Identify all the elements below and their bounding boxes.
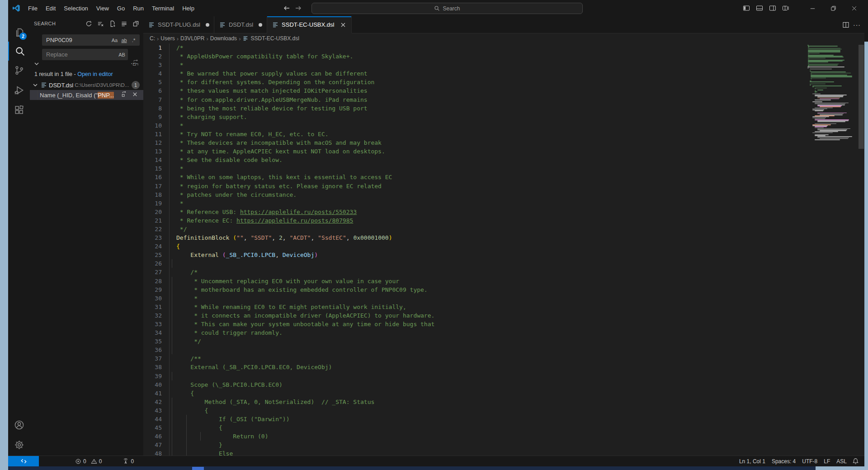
dismiss-icon[interactable] — [132, 91, 140, 99]
menu-view[interactable]: View — [92, 3, 113, 14]
line-number[interactable]: 13 — [143, 147, 162, 156]
toggle-secondary-sidebar-icon[interactable] — [766, 0, 779, 16]
line-number[interactable]: 23 — [143, 233, 162, 242]
line-number[interactable]: 46 — [143, 432, 162, 441]
code-line[interactable]: 44 If (_OSI ("Darwin")) — [143, 415, 864, 423]
customize-layout-icon[interactable] — [779, 0, 792, 16]
breadcrumb-segment[interactable]: Downloads — [210, 35, 237, 42]
code-line[interactable]: 32 * it connects an incompatible driver … — [143, 311, 864, 320]
replace-all-icon[interactable] — [131, 58, 141, 68]
code-line[interactable]: 48 Else — [143, 449, 864, 456]
replace-icon[interactable] — [121, 91, 129, 99]
collapse-all-icon[interactable] — [131, 19, 141, 28]
status-indentation[interactable]: Spaces: 4 — [771, 458, 797, 465]
toggle-replace-chevron-icon[interactable] — [33, 60, 40, 67]
code-line[interactable]: 37 /** — [143, 354, 864, 363]
match-case-toggle[interactable]: Aa — [110, 36, 119, 44]
tab-ssdt-ec-usbx.dsl[interactable]: SSDT-EC-USBX.dsl — [267, 16, 352, 33]
minimize-button[interactable] — [802, 0, 823, 16]
code-line[interactable]: 21 * Reference EC: https://applelife.ru/… — [143, 216, 864, 225]
code-line[interactable]: 15 * — [143, 164, 864, 173]
editor-more-actions-icon[interactable]: ··· — [853, 21, 861, 28]
code-line[interactable]: 22 */ — [143, 225, 864, 233]
code-line[interactable]: 5 * for different systems. Depending on … — [143, 78, 864, 86]
line-number[interactable]: 22 — [143, 225, 162, 233]
command-center-search[interactable]: Search — [311, 3, 583, 14]
code-line[interactable]: 18 * patches under the circumstance. — [143, 190, 864, 199]
line-number[interactable]: 20 — [143, 208, 162, 216]
code-line[interactable]: 12 * These devices are incompatible with… — [143, 138, 864, 147]
code-line[interactable]: 28 * Uncomment replacing EC0 with your o… — [143, 277, 864, 285]
line-number[interactable]: 4 — [143, 69, 162, 78]
code-line[interactable]: 19 * — [143, 199, 864, 208]
line-number[interactable]: 34 — [143, 328, 162, 337]
line-number[interactable]: 19 — [143, 199, 162, 208]
menu-run[interactable]: Run — [129, 3, 148, 14]
code-line[interactable]: 47 } — [143, 441, 864, 449]
line-number[interactable]: 2 — [143, 52, 162, 61]
account-button[interactable] — [8, 415, 30, 434]
code-line[interactable]: 20 * Reference USB: https://applelife.ru… — [143, 208, 864, 216]
minimap[interactable] — [807, 43, 858, 456]
code-line[interactable]: 13 * at any time. AppleACPIEC kext must … — [143, 147, 864, 156]
status-encoding[interactable]: UTF-8 — [801, 458, 818, 465]
code-line[interactable]: 14 * See the disable code below. — [143, 156, 864, 164]
code-line[interactable]: 42 Method (_STA, 0, NotSerialized) // _S… — [143, 398, 864, 406]
regex-toggle[interactable]: .* — [129, 36, 138, 44]
menu-terminal[interactable]: Terminal — [148, 3, 178, 14]
toggle-search-details[interactable]: ··· — [30, 60, 143, 67]
code-line[interactable]: 1/* — [143, 43, 864, 52]
nav-back-icon[interactable] — [283, 5, 290, 12]
tab-dsdt.dsl[interactable]: DSDT.dsl — [214, 16, 267, 33]
line-number[interactable]: 39 — [143, 372, 162, 380]
code-line[interactable]: 38 External (_SB_.PCI0.LPCB.EC0, DeviceO… — [143, 363, 864, 371]
line-number[interactable]: 43 — [143, 406, 162, 415]
sidebar-item-run-debug[interactable] — [8, 81, 30, 100]
line-number[interactable]: 48 — [143, 449, 162, 456]
code-line[interactable]: 40 Scope (\_SB.PCI0.LPCB.EC0) — [143, 380, 864, 389]
code-line[interactable]: 43 { — [143, 406, 864, 415]
editor-scrollbar[interactable] — [858, 43, 864, 456]
view-as-list-icon[interactable] — [119, 19, 129, 28]
menu-help[interactable]: Help — [178, 3, 198, 14]
line-number[interactable]: 17 — [143, 182, 162, 190]
scrollbar-slider[interactable] — [859, 45, 864, 149]
breadcrumb-segment[interactable]: D3VL0PR — [180, 35, 204, 42]
settings-button[interactable] — [8, 435, 30, 454]
line-number[interactable]: 15 — [143, 164, 162, 173]
sidebar-item-extensions[interactable] — [8, 100, 30, 119]
code-line[interactable]: 39 — [143, 372, 864, 380]
sidebar-item-explorer[interactable]: 2 — [8, 23, 30, 42]
search-match-row[interactable]: Name (_HID, EisaId ("PNP... — [30, 90, 143, 100]
whole-word-toggle[interactable]: ab — [120, 36, 128, 44]
modified-dot-icon[interactable] — [259, 23, 262, 27]
menu-selection[interactable]: Selection — [60, 3, 92, 14]
line-number[interactable]: 37 — [143, 354, 162, 363]
line-number[interactable]: 9 — [143, 113, 162, 121]
code-line[interactable]: 7 * for com.apple.driver.AppleUSBMergeNu… — [143, 95, 864, 104]
line-number[interactable]: 10 — [143, 121, 162, 130]
clear-search-results-icon[interactable] — [95, 19, 105, 28]
line-number[interactable]: 31 — [143, 303, 162, 311]
line-number[interactable]: 7 — [143, 95, 162, 104]
breadcrumb-segment[interactable]: C: — [150, 35, 155, 42]
code-line[interactable]: 16 * While on some laptops, this kext is… — [143, 173, 864, 181]
code-line[interactable]: 9 * charging support. — [143, 113, 864, 121]
code-line[interactable]: 10 * — [143, 121, 864, 130]
nav-forward-icon[interactable] — [295, 5, 302, 12]
problems-status[interactable]: 0 0 — [72, 458, 104, 465]
taskbar-item[interactable] — [192, 467, 204, 470]
line-number[interactable]: 38 — [143, 363, 162, 371]
code-line[interactable]: 41 { — [143, 389, 864, 398]
line-number[interactable]: 3 — [143, 61, 162, 69]
code-line[interactable]: 8 * being the most reliable device for t… — [143, 104, 864, 113]
notifications-bell-icon[interactable] — [852, 458, 859, 465]
line-number[interactable]: 8 — [143, 104, 162, 113]
line-number[interactable]: 33 — [143, 320, 162, 328]
line-number[interactable]: 14 — [143, 156, 162, 164]
code-line[interactable]: 25 External (_SB_.PCI0.LPCB, DeviceObj) — [143, 251, 864, 259]
menu-file[interactable]: File — [24, 3, 42, 14]
code-line[interactable]: 33 * This can make your system unbootabl… — [143, 320, 864, 328]
line-number[interactable]: 45 — [143, 423, 162, 432]
line-number[interactable]: 27 — [143, 268, 162, 276]
